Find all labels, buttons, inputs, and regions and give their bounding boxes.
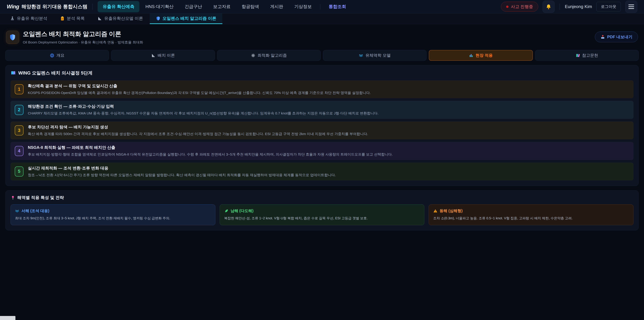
app-logo: Wing 해양환경 위기대응 통합시스템: [7, 3, 88, 10]
step-text-group: 해양환경 조건 확인 — 조류·파고·수심·기상 입력 CHARRY 채리모델 …: [28, 104, 378, 116]
region-card-east-sea: 동해 (심해형) 조차 소(0.3m), 너울파고 높음. 조류 0.5~1 k…: [429, 204, 634, 225]
notification-button[interactable]: [542, 1, 554, 13]
header-right-group: 사고 진행중 Eunjeong Kim 로그아웃: [501, 1, 637, 13]
nav-item-weather-info[interactable]: 기상정보: [289, 1, 317, 12]
decision-step-4: 4 NSGA-II 최적화 실행 — 파레토 최적 배치안 산출 후보 배치지점…: [10, 142, 634, 160]
status-dot-icon: [506, 6, 508, 8]
step-description: 후보 배치지점·방향각·형태 조합을 염색체로 인코딩하여 NSGA-II 다목…: [28, 152, 392, 157]
pdf-export-label: PDF 내보내기: [607, 34, 632, 40]
nav-item-integrated-search[interactable]: 통합조회: [324, 1, 351, 12]
region-card-south-sea: 남해 (다도해) 복잡한 해안선·섬, 조류 1~2 knot. V형·U형 복…: [220, 204, 424, 225]
books-icon: [576, 53, 580, 58]
shield-icon: [9, 34, 16, 41]
triangle-ruler-icon: [98, 16, 102, 21]
region-card-title-row: 동해 (심해형): [433, 208, 629, 213]
pdf-export-button[interactable]: PDF 내보내기: [595, 32, 638, 42]
step-number-badge: 1: [15, 84, 24, 94]
pin-icon: [10, 195, 15, 200]
export-icon: [600, 35, 605, 39]
subtab-label: 유출유 확산분석: [17, 16, 47, 21]
step-text-group: 후보 차단선 격자 탐색 — 배치 가능지점 생성 확산 예측 경계를 따라 5…: [28, 124, 368, 136]
main-nav: 유출유 확산예측 HNS·대기확산 긴급구난 보고자료 항공탐색 게시판 기상정…: [98, 1, 351, 12]
logo-mark: Wing: [7, 4, 19, 10]
step-title: 후보 차단선 격자 탐색 — 배치 가능지점 생성: [28, 124, 368, 130]
nav-item-reports[interactable]: 보고자료: [208, 1, 236, 12]
globe-icon: [50, 53, 54, 58]
region-card-title: 서해 (조석 대응): [22, 208, 49, 213]
top-header: Wing 해양환경 위기대응 통합시스템 유출유 확산예측 HNS·대기확산 긴…: [0, 0, 644, 14]
subtab-diffusion-model-theory[interactable]: 유출유확산모델 이론: [92, 14, 149, 24]
step-number-badge: 4: [15, 146, 24, 156]
gear-icon: [251, 53, 256, 58]
tab-hydrodynamic-model[interactable]: 유체역학 모델: [323, 50, 426, 61]
nav-item-hns-atmospheric[interactable]: HNS·대기확산: [140, 1, 178, 12]
warning-icon: [433, 209, 438, 213]
step-description: 확산 예측 경계를 따라 500m 간격 격자로 후보 배치지점을 생성합니다.…: [28, 131, 368, 136]
step-description: KOSPS·POSEIDON·OpenDrift 앙상블 예측 결과에서 유출유…: [28, 90, 371, 95]
page-header: 오일펜스 배치 최적화 알고리즘 이론 Oil Boom Deployment …: [0, 24, 644, 46]
region-card-title: 동해 (심해형): [440, 208, 462, 213]
logout-button[interactable]: 로그아웃: [596, 2, 621, 12]
sub-tab-bar: 유출유 확산분석 분석 목록 유출유확산모델 이론 오일펜스 배치 알고리즘 이…: [0, 14, 644, 24]
decision-step-2: 2 해양환경 조건 확인 — 조류·파고·수심·기상 입력 CHARRY 채리모…: [10, 101, 634, 119]
region-card-description: 복잡한 해안선·섬, 조류 1~2 knot. V형·U형 복합 배치, 좁은 …: [224, 216, 420, 221]
tab-references[interactable]: 참고문헌: [535, 50, 639, 61]
step-number-badge: 2: [15, 105, 24, 115]
triangle-ruler-icon: [151, 53, 156, 58]
nav-item-oil-spill-prediction[interactable]: 유출유 확산예측: [98, 1, 139, 12]
incident-status-badge: 사고 진행중: [501, 2, 538, 12]
hamburger-menu-icon: [628, 5, 634, 9]
app-title: 해양환경 위기대응 통합시스템: [22, 3, 88, 10]
bar-chart-icon: [469, 53, 474, 58]
tab-label: 개요: [56, 53, 64, 58]
leaf-icon: [224, 209, 228, 213]
step-title: NSGA-II 최적화 실행 — 파레토 최적 배치안 산출: [28, 145, 392, 150]
region-card-west-sea: 서해 (조석 대응) 최대 조차 9m(인천), 조류 최대 3~5 knot.…: [10, 204, 215, 225]
decision-step-3: 3 후보 차단선 격자 탐색 — 배치 가능지점 생성 확산 예측 경계를 따라…: [10, 122, 634, 139]
region-card-title-row: 남해 (다도해): [224, 208, 420, 213]
decision-step-1: 1 확산예측 결과 분석 — 위험 구역 및 도달시간 산출 KOSPS·POS…: [10, 80, 634, 98]
bell-icon: [546, 4, 552, 10]
region-card-description: 최대 조차 9m(인천), 조류 최대 3~5 knot. J형 배치 주력, …: [15, 216, 211, 221]
page-icon-box: [6, 31, 19, 44]
subtab-label: 유출유확산모델 이론: [104, 16, 143, 21]
region-strategy-panel: 해역별 적용 특성 및 전략 서해 (조석 대응) 최대 조차 9m(인천), …: [5, 190, 639, 230]
decision-step-5: 5 실시간 재최적화 — 조석 변환·조류 변화 대응 창조→낙조 전환 시(약…: [10, 163, 634, 180]
region-card-title-row: 서해 (조석 대응): [15, 208, 211, 213]
region-card-title: 남해 (다도해): [230, 208, 254, 213]
page-title-group: 오일펜스 배치 최적화 알고리즘 이론 Oil Boom Deployment …: [6, 30, 143, 45]
tab-deployment-theory[interactable]: 배치 이론: [111, 50, 215, 61]
step-text-group: NSGA-II 최적화 실행 — 파레토 최적 배치안 산출 후보 배치지점·방…: [28, 145, 392, 157]
incident-status-label: 사고 진행중: [511, 4, 533, 10]
open-book-icon: [10, 70, 16, 76]
step-text-group: 실시간 재최적화 — 조석 변환·조류 변화 대응 창조→낙조 전환 시(약 6…: [28, 165, 336, 178]
region-panel-header: 해역별 적용 특성 및 전략: [10, 195, 634, 200]
section-tab-bar: 개요 배치 이론 최적화 알고리즘 유체역학 모델: [5, 50, 639, 61]
user-name: Eunjeong Kim: [565, 4, 592, 9]
tab-field-application[interactable]: 현장 적용: [429, 50, 533, 61]
region-panel-title: 해역별 적용 특성 및 전략: [17, 195, 64, 200]
subtab-oil-boom-algorithm-theory[interactable]: 오일펜스 배치 알고리즘 이론: [150, 14, 222, 24]
subtab-analysis-list[interactable]: 분석 목록: [54, 14, 91, 24]
subtab-label: 분석 목록: [67, 16, 85, 21]
decision-panel-header: WING 오일펜스 배치 의사결정 5단계: [10, 70, 634, 76]
menu-button[interactable]: [625, 1, 637, 13]
region-card-description: 조차 소(0.3m), 너울파고 높음. 조류 0.5~1 knot. V형 집…: [433, 216, 629, 221]
bottom-left-artifact: [0, 316, 16, 320]
nav-item-aerial-search[interactable]: 항공탐색: [237, 1, 264, 12]
tab-label: 참고문헌: [582, 53, 598, 58]
step-title: 확산예측 결과 분석 — 위험 구역 및 도달시간 산출: [28, 83, 371, 89]
nav-item-emergency-rescue[interactable]: 긴급구난: [180, 1, 207, 12]
nav-item-board[interactable]: 게시판: [265, 1, 288, 12]
page-title-text-group: 오일펜스 배치 최적화 알고리즘 이론 Oil Boom Deployment …: [23, 30, 143, 45]
tab-overview[interactable]: 개요: [5, 50, 109, 61]
tab-label: 최적화 알고리즘: [258, 53, 287, 58]
decision-panel-title: WING 오일펜스 배치 의사결정 5단계: [18, 70, 92, 76]
step-title: 해양환경 조건 확인 — 조류·파고·수심·기상 입력: [28, 104, 378, 109]
subtab-spill-analysis[interactable]: 유출유 확산분석: [4, 14, 53, 24]
wave-icon: [359, 53, 364, 58]
tab-optimization-algorithm[interactable]: 최적화 알고리즘: [217, 50, 321, 61]
step-title: 실시간 재최적화 — 조석 변환·조류 변화 대응: [28, 165, 336, 171]
page-subtitle: Oil Boom Deployment Optimization · 유출유 확…: [23, 40, 143, 45]
subtab-label: 오일펜스 배치 알고리즘 이론: [162, 16, 216, 21]
